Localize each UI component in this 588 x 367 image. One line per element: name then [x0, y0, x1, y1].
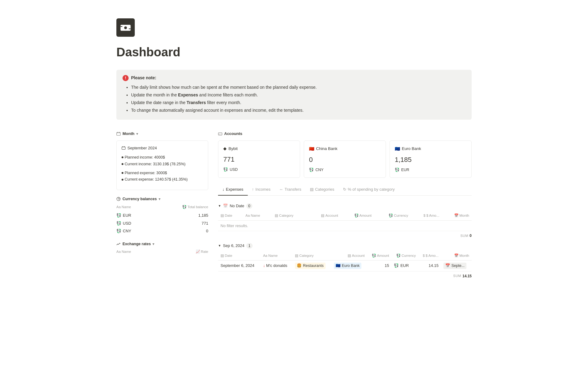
col-currency: 💱 Currency [374, 211, 411, 220]
col-amount2: 💱 Amount [367, 251, 392, 260]
svg-point-1 [124, 26, 127, 29]
notice-item-2: Update the month in the Expenses and Inc… [131, 92, 466, 98]
currency-balances-label: Currency balances [123, 196, 157, 202]
svg-rect-10 [124, 146, 125, 147]
sep6-count: 1 [246, 243, 253, 249]
row-currency: 💱 EUR [391, 260, 418, 271]
accounts-label: Accounts [224, 131, 242, 137]
month-badge: 📅 Septe... [443, 263, 466, 269]
current-expense: Current expense: 1240.57$ (41.35%) [122, 177, 203, 182]
card-calendar-icon [122, 146, 126, 150]
no-date-sum-label: SUM [460, 233, 468, 238]
categories-tab-icon: ▤ [310, 186, 314, 193]
tab-transfers[interactable]: ↔ Transfers [275, 184, 305, 196]
col-date2: ▤ Date [218, 251, 261, 260]
table-row[interactable]: September 6, 2024 ↓ M'c donalds 🍔 Res [218, 260, 472, 271]
eurobank-currency-icon: 💱 [395, 167, 400, 173]
spending-tab-icon: ↻ [343, 186, 346, 193]
no-filter-text: No filter results. [218, 220, 472, 231]
categories-tab-label: Categories [315, 186, 334, 193]
incomes-tab-label: Incomes [255, 186, 270, 193]
col-name: Aa Name [243, 211, 273, 220]
exchange-rates-table: Aa Name 📈 Rate [116, 249, 208, 256]
no-date-sum-value: 0 [469, 233, 472, 238]
no-date-count: 0 [246, 203, 253, 209]
row-date: September 6, 2024 [218, 260, 261, 271]
col-month2: 📅 Month [441, 251, 472, 260]
transfers-tab-icon: ↔ [279, 186, 283, 193]
sep6-group-header[interactable]: ▼ Sep 6, 2024 1 [218, 240, 472, 251]
page-icon [116, 18, 135, 37]
month-card: September 2024 Planned income: 4000$ Cur… [116, 140, 208, 190]
expenses-tab-icon: ↓ [222, 186, 224, 193]
no-date-calendar-icon: 📅 [223, 203, 228, 209]
bybit-balance: 771 [223, 154, 295, 164]
account-card-eurobank[interactable]: 🇪🇺 Euro Bank 1,185 💱 EUR [390, 140, 472, 178]
page-wrapper: Dashboard ! Please note: The daily limit… [92, 0, 496, 311]
tab-categories[interactable]: ▤ Categories [306, 184, 339, 196]
no-date-table: ▤ Date Aa Name ▤ Category ▤ Account 💱 Am… [218, 211, 472, 231]
svg-rect-11 [122, 148, 125, 148]
category-badge: 🍔 Restaurants [295, 263, 325, 269]
currency-usd-balance: 771 [150, 219, 208, 227]
bybit-currency-icon: 💱 [223, 167, 228, 173]
month-card-header: September 2024 [122, 145, 203, 151]
eur-row-icon: 💱 [394, 263, 399, 269]
svg-rect-2 [121, 26, 123, 27]
rate-name-col: Aa Name [116, 249, 166, 256]
notice-item-3: Update the date range in the Transfers f… [131, 99, 466, 106]
eurobank-row-flag: 🇪🇺 [336, 263, 341, 269]
sep6-sum-value: 14.15 [462, 273, 472, 279]
eurobank-name: 🇪🇺 Euro Bank [395, 146, 466, 152]
sep6-label: Sep 6, 2024 [223, 243, 244, 249]
no-date-group-header[interactable]: ▼ 📅 No Date 0 [218, 200, 472, 212]
incomes-tab-icon: ↑ [252, 186, 254, 193]
usd-icon: 💱 [116, 220, 121, 227]
balance-icon: 💱 [182, 204, 187, 210]
right-panel: Accounts ◆ Bybit 771 💱 USD [218, 131, 472, 287]
row-name: ↓ M'c donalds [261, 260, 292, 271]
tab-spending[interactable]: ↻ % of spending by category [339, 184, 399, 196]
no-date-label: No Date [230, 203, 244, 209]
col-dollar-amount: $ $ Amo... [411, 211, 442, 220]
tab-expenses[interactable]: ↓ Expenses [218, 184, 248, 196]
col-dollar-amount2: $ $ Amo... [418, 251, 441, 260]
currency-chevron-icon[interactable]: ▾ [159, 197, 160, 202]
col-name2: Aa Name [261, 251, 292, 260]
tab-incomes[interactable]: ↑ Incomes [248, 184, 275, 196]
spending-tab-label: % of spending by category [348, 186, 395, 193]
account-card-bybit[interactable]: ◆ Bybit 771 💱 USD [218, 140, 300, 178]
exchange-chevron-icon[interactable]: ▾ [153, 242, 154, 247]
currency-cny-balance: 0 [150, 227, 208, 235]
month-card-title: September 2024 [127, 145, 157, 151]
no-date-sum-row: SUM 0 [218, 231, 472, 240]
accounts-cards: ◆ Bybit 771 💱 USD 🇨🇳 China Ban [218, 140, 472, 178]
currency-icon [116, 197, 121, 201]
col-date: ▤ Date [218, 211, 243, 220]
svg-rect-9 [123, 146, 123, 147]
month-label: Month [123, 131, 134, 137]
row-amount: 15 [367, 260, 392, 271]
restaurant-icon: 🍔 [297, 263, 302, 269]
svg-rect-7 [117, 133, 120, 133]
currency-cny-name: 💱 CNY [116, 227, 150, 235]
svg-rect-3 [129, 28, 131, 29]
bybit-icon: ◆ [223, 146, 227, 152]
transfers-tab-label: Transfers [285, 186, 301, 193]
sep6-sum-label: SUM [453, 273, 461, 279]
sep6-expand-icon: ▼ [218, 243, 221, 248]
notice-item-1: The daily limit shows how much can be sp… [131, 84, 466, 91]
aa-icon: Aa [116, 204, 121, 210]
col-amount: 💱 Amount [341, 211, 374, 220]
account-card-chinabank[interactable]: 🇨🇳 China Bank 0 💱 CNY [304, 140, 386, 178]
month-chevron-icon[interactable]: ▾ [136, 131, 138, 137]
currency-row-usd: 💱 USD 771 [116, 219, 208, 227]
current-income: Current income: 3130.19$ (78.25%) [122, 161, 203, 167]
page-title: Dashboard [116, 43, 472, 61]
svg-rect-6 [119, 132, 119, 133]
sep6-sum-row: SUM 14.15 [218, 272, 472, 281]
accounts-icon [218, 132, 222, 136]
row-month: 📅 Septe... [441, 260, 472, 271]
chinabank-currency: 💱 CNY [309, 167, 381, 173]
calendar-icon [116, 132, 121, 136]
